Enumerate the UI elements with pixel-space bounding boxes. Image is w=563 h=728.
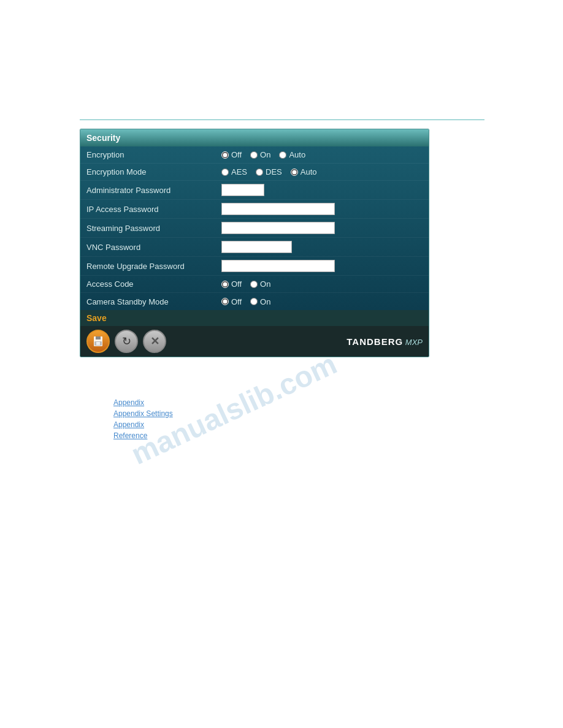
encryption-row: Encryption Off On Auto [80,146,429,164]
page-container: Security Encryption Off On [0,0,563,728]
ip-access-password-row: IP Access Password [80,200,429,219]
enc-mode-des-option[interactable]: DES [256,167,282,176]
links-area: Appendix Appendix Settings Appendix Refe… [113,398,173,442]
ip-access-password-input[interactable] [221,203,335,215]
access-code-off-option[interactable]: Off [221,279,242,289]
access-code-radio-group: Off On [221,279,270,289]
toolbar-row: ↻ ✕ TANDBERG MXP [80,326,429,357]
access-code-off-radio[interactable] [221,281,229,288]
camera-standby-on-option[interactable]: On [250,297,270,306]
admin-password-row: Administrator Password [80,181,429,200]
access-code-label: Access Code [86,279,221,289]
encryption-auto-label: Auto [289,150,305,159]
access-code-on-label: On [260,279,270,289]
encryption-on-label: On [260,150,270,159]
encryption-mode-label: Encryption Mode [86,167,221,176]
brand-suffix: MXP [405,338,423,347]
streaming-password-label: Streaming Password [86,224,221,233]
camera-standby-on-label: On [260,297,270,306]
top-line [80,119,484,120]
access-code-off-label: Off [231,279,242,289]
enc-mode-aes-radio[interactable] [221,169,229,176]
enc-mode-des-radio[interactable] [256,169,263,176]
enc-mode-aes-option[interactable]: AES [221,167,247,176]
brand-name: TANDBERG [347,336,403,347]
encryption-mode-radio-group: AES DES Auto [221,167,317,176]
enc-mode-des-label: DES [266,167,282,176]
security-panel: Security Encryption Off On [80,129,429,357]
link-4[interactable]: Reference [113,431,173,440]
svg-rect-3 [96,342,100,345]
encryption-on-option[interactable]: On [250,150,270,159]
panel-title: Security [86,133,120,143]
access-code-row: Access Code Off On [80,276,429,293]
camera-standby-off-label: Off [231,297,242,306]
enc-mode-auto-radio[interactable] [291,169,298,176]
camera-standby-on-radio[interactable] [250,298,258,305]
save-row: Save [80,310,429,326]
camera-standby-mode-label: Camera Standby Mode [86,297,221,306]
enc-mode-aes-label: AES [231,167,247,176]
encryption-on-radio[interactable] [250,151,258,159]
vnc-password-row: VNC Password [80,238,429,257]
admin-password-label: Administrator Password [86,186,221,195]
encryption-radio-group: Off On Auto [221,150,305,159]
encryption-auto-radio[interactable] [279,151,286,159]
access-code-on-radio[interactable] [250,281,258,288]
link-2[interactable]: Appendix Settings [113,409,173,418]
encryption-label: Encryption [86,150,221,159]
ip-access-password-label: IP Access Password [86,205,221,214]
camera-standby-radio-group: Off On [221,297,270,306]
panel-header: Security [80,129,429,146]
remote-upgrade-password-row: Remote Upgrade Password [80,257,429,276]
toolbar-buttons: ↻ ✕ [86,330,166,353]
link-3[interactable]: Appendix [113,420,173,429]
encryption-off-option[interactable]: Off [221,150,242,159]
vnc-password-input[interactable] [221,241,292,253]
encryption-off-label: Off [231,150,242,159]
vnc-password-label: VNC Password [86,243,221,252]
refresh-icon: ↻ [122,335,131,348]
remote-upgrade-password-input[interactable] [221,260,335,272]
enc-mode-auto-option[interactable]: Auto [291,167,317,176]
encryption-off-radio[interactable] [221,151,229,159]
close-icon: ✕ [150,335,159,348]
close-button[interactable]: ✕ [143,330,166,353]
streaming-password-row: Streaming Password [80,219,429,238]
enc-mode-auto-label: Auto [301,167,317,176]
save-icon [92,335,104,347]
streaming-password-input[interactable] [221,222,335,234]
camera-standby-off-radio[interactable] [221,298,229,305]
remote-upgrade-password-label: Remote Upgrade Password [86,262,221,271]
admin-password-input[interactable] [221,184,264,196]
encryption-auto-option[interactable]: Auto [279,150,305,159]
svg-rect-1 [96,336,101,339]
refresh-button[interactable]: ↻ [115,330,138,353]
link-1[interactable]: Appendix [113,398,173,407]
camera-standby-mode-row: Camera Standby Mode Off On [80,293,429,310]
encryption-mode-row: Encryption Mode AES DES Auto [80,164,429,181]
camera-standby-off-option[interactable]: Off [221,297,242,306]
brand-area: TANDBERG MXP [347,336,423,347]
panel-body: Encryption Off On Auto [80,146,429,310]
access-code-on-option[interactable]: On [250,279,270,289]
save-label[interactable]: Save [86,313,107,323]
save-button[interactable] [86,330,110,353]
